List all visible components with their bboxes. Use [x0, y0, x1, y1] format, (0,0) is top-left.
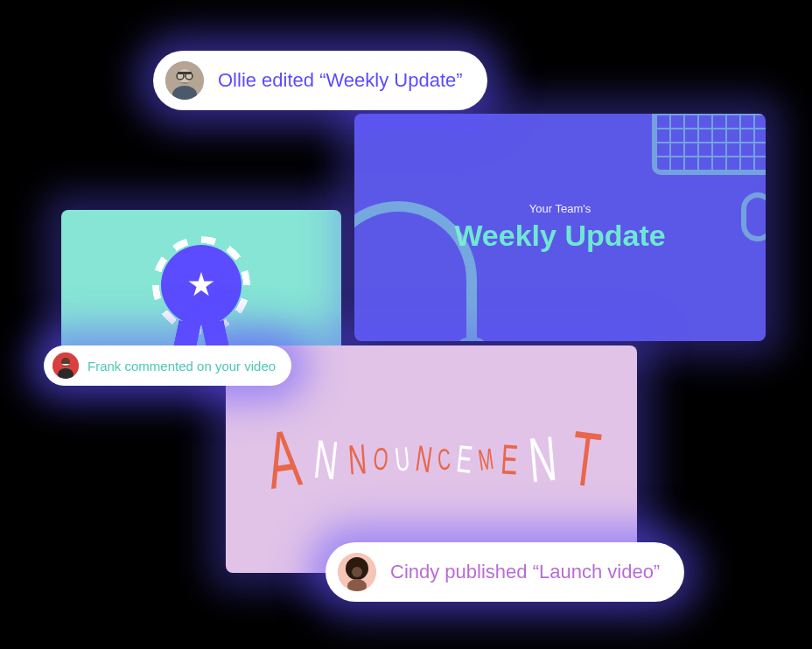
notification-text: Cindy published “Launch video”	[390, 561, 660, 583]
avatar-frank	[52, 352, 79, 379]
keyboard-illustration	[652, 114, 766, 175]
notification-pill-ollie[interactable]: Ollie edited “Weekly Update”	[153, 51, 487, 110]
star-icon	[188, 272, 214, 298]
notification-text: Ollie edited “Weekly Update”	[218, 69, 463, 92]
card-ribbon-badge[interactable]	[61, 210, 341, 367]
weekly-subtitle: Your Team's	[529, 202, 591, 215]
svg-point-11	[352, 567, 362, 577]
avatar-cindy	[338, 553, 376, 591]
card-weekly-update[interactable]: Your Team's Weekly Update	[354, 114, 766, 341]
notification-pill-cindy[interactable]: Cindy published “Launch video”	[326, 542, 684, 602]
notification-text: Frank commented on your video	[88, 359, 276, 373]
svg-point-1	[178, 69, 192, 83]
weekly-title: Weekly Update	[454, 219, 665, 253]
notification-pill-frank[interactable]: Frank commented on your video	[44, 345, 291, 386]
announcement-title: ANNOUNCEMENT	[257, 414, 606, 506]
card-announcement[interactable]: ANNOUNCEMENT	[226, 345, 637, 573]
avatar-ollie	[165, 61, 204, 100]
mouse-illustration	[741, 192, 766, 241]
ribbon-badge-icon	[158, 245, 245, 332]
